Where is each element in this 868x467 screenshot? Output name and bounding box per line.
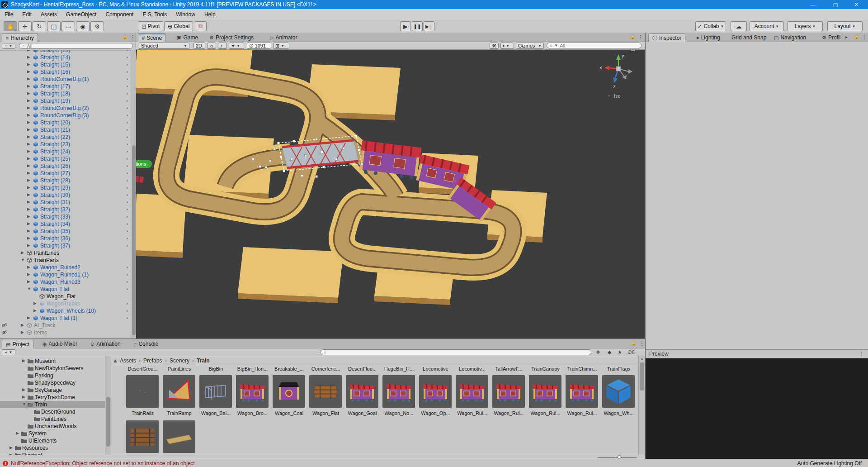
asset-label-wagon-rui-[interactable]: Wagon_Rui... <box>491 410 527 416</box>
asset-thumb-row3-plank[interactable] <box>163 420 195 453</box>
expand-arrow-icon[interactable]: ▼ <box>27 286 31 291</box>
prefab-chevron-icon[interactable]: › <box>126 199 128 205</box>
prefab-chevron-icon[interactable]: › <box>126 69 128 74</box>
hierarchy-item-wagon-ruined2[interactable]: ▶Wagon_Ruined2› <box>0 264 136 271</box>
asset-label-wagon-rui-[interactable]: Wagon_Rui... <box>454 410 491 416</box>
tab-project[interactable]: ▤Project <box>2 340 33 348</box>
expand-arrow-icon[interactable]: ▶ <box>27 243 30 248</box>
favorites-star-icon[interactable]: ★ <box>618 349 622 355</box>
prefab-chevron-icon[interactable]: › <box>126 192 128 197</box>
expand-arrow-icon[interactable]: ▶ <box>27 279 30 284</box>
folder-item-paintlines[interactable]: PaintLines <box>0 415 111 423</box>
prefab-chevron-icon[interactable]: › <box>126 134 128 139</box>
asset-label-wagon-coal[interactable]: Wagon_Coal <box>271 410 307 416</box>
expand-arrow-icon[interactable]: ▶ <box>27 50 30 52</box>
asset-label-trainrails[interactable]: TrainRails <box>124 410 161 416</box>
expand-arrow-icon[interactable]: ▶ <box>27 207 30 211</box>
asset-label-wagon-bro-[interactable]: Wagon_Bro... <box>234 410 271 416</box>
hierarchy-item-wagon-flat[interactable]: Wagon_Flat <box>0 293 136 300</box>
folder-expand-arrow-icon[interactable]: ▼ <box>22 402 26 406</box>
breadcrumb-assets[interactable]: Assets <box>120 357 136 364</box>
breadcrumb-prefabs[interactable]: Prefabs <box>143 357 162 364</box>
prefab-chevron-icon[interactable]: › <box>126 163 128 168</box>
menu-component[interactable]: Component <box>101 9 138 20</box>
pause-button[interactable]: ❚❚ <box>412 21 423 31</box>
expand-arrow-icon[interactable]: ▶ <box>27 265 30 269</box>
menu-e-s-tools[interactable]: E.S. Tools <box>138 9 171 20</box>
hierarchy-item-roundcornerbig-1-[interactable]: ▶RoundCornerBig (1)› <box>0 76 136 83</box>
folder-expand-arrow-icon[interactable]: ▶ <box>16 431 19 435</box>
expand-arrow-icon[interactable]: ▶ <box>27 315 30 320</box>
minimize-button[interactable]: — <box>803 0 823 9</box>
asset-thumb-wagon-goal[interactable] <box>346 375 378 408</box>
asset-label-hugebin-h-[interactable]: HugeBin_H... <box>381 366 417 372</box>
asset-thumb-wagon-wh-[interactable] <box>602 375 635 408</box>
asset-label-tallarrowf-[interactable]: TallArrowF... <box>491 366 527 372</box>
project-kebab-icon[interactable]: ⋮ <box>639 340 645 347</box>
hierarchy-item-straight-27-[interactable]: ▶Straight (27)› <box>0 170 136 177</box>
menu-file[interactable]: File <box>0 9 18 20</box>
folder-item-resources[interactable]: ▶Resources <box>0 444 111 452</box>
folder-expand-arrow-icon[interactable]: ▶ <box>22 358 25 363</box>
asset-label-wagon-wh-[interactable]: Wagon_Wh... <box>600 410 637 416</box>
folder-item-uielements[interactable]: UIElements <box>0 437 111 444</box>
expand-arrow-icon[interactable]: ▼ <box>21 257 25 262</box>
asset-label-traincanopy[interactable]: TrainCanopy <box>527 366 564 372</box>
expand-arrow-icon[interactable]: ▶ <box>27 221 30 226</box>
hierarchy-item-straight-21-[interactable]: ▶Straight (21)› <box>0 126 136 133</box>
project-search-input[interactable]: ⌕ <box>321 349 591 355</box>
expand-arrow-icon[interactable]: ▶ <box>21 330 24 334</box>
expand-arrow-icon[interactable]: ▶ <box>27 171 30 175</box>
toggle-2d-button[interactable]: 2D <box>193 43 205 49</box>
project-add-button[interactable]: +▼ <box>2 349 15 355</box>
layers-button[interactable]: Layers▼ <box>788 21 823 31</box>
hierarchy-scrollbar-thumb[interactable] <box>132 145 136 335</box>
close-button[interactable]: ✕ <box>846 0 866 9</box>
expand-arrow-icon[interactable]: ▶ <box>27 113 30 117</box>
tab-audio-mixer[interactable]: ◉Audio Mixer <box>39 340 81 348</box>
menu-window[interactable]: Window <box>171 9 200 20</box>
breadcrumb-collapse-button[interactable]: ▲ <box>113 357 118 364</box>
hierarchy-item-straight-19-[interactable]: ▶Straight (19)› <box>0 97 136 105</box>
hierarchy-item-straight-20-[interactable]: ▶Straight (20)› <box>0 119 136 126</box>
asset-thumb-wagon-coal[interactable] <box>273 375 305 408</box>
expand-arrow-icon[interactable]: ▶ <box>27 163 30 168</box>
draw-mode-dropdown[interactable]: Shaded▼ <box>139 43 189 49</box>
hierarchy-item-wagon-flat[interactable]: ▼Wagon_Flat› <box>0 286 136 293</box>
scene-search-input[interactable]: ⌕▼All <box>547 43 642 48</box>
hierarchy-item-straight-36-[interactable]: ▶Straight (36)› <box>0 235 136 242</box>
expand-arrow-icon[interactable]: ▶ <box>27 134 30 139</box>
transform-tool-button[interactable]: ◉ <box>76 21 90 31</box>
prefab-chevron-icon[interactable]: › <box>126 272 128 277</box>
hierarchy-item-straight-29-[interactable]: ▶Straight (29)› <box>0 184 136 191</box>
asset-label-bigbin[interactable]: BigBin <box>198 366 234 372</box>
expand-arrow-icon[interactable]: ▶ <box>33 301 37 305</box>
prefab-chevron-icon[interactable]: › <box>126 243 128 248</box>
play-button[interactable]: ▶ <box>400 21 411 31</box>
collab-button[interactable]: ✓Collab▼ <box>695 21 726 31</box>
folder-item-unchartedwoods[interactable]: UnchartedWoods <box>0 423 111 430</box>
expand-arrow-icon[interactable]: ▶ <box>27 214 30 219</box>
folder-item-desertground[interactable]: DesertGround <box>0 408 111 415</box>
hierarchy-lock-icon[interactable]: 🔓 <box>122 34 127 39</box>
visibility-off-icon[interactable] <box>1 330 7 336</box>
expand-arrow-icon[interactable]: ▶ <box>27 91 30 95</box>
folder-expand-arrow-icon[interactable]: ▶ <box>22 395 25 399</box>
hand-tool-button[interactable]: ✋ <box>4 21 17 31</box>
asset-label-desertfloo-[interactable]: DesertFloo... <box>344 366 381 372</box>
hierarchy-item-straight-16-[interactable]: ▶Straight (16)› <box>0 68 136 76</box>
folder-scrollbar[interactable] <box>105 356 111 455</box>
title-bar[interactable]: ShadysKart - HentaiExpress_Boss - PC, Ma… <box>0 0 868 9</box>
folder-item-terrytrashdome[interactable]: ▶TerryTrashDome <box>0 394 111 401</box>
expand-arrow-icon[interactable]: ▶ <box>33 308 37 313</box>
expand-arrow-icon[interactable]: ▶ <box>27 120 30 124</box>
hierarchy-item-roundcornerbig-3-[interactable]: ▶RoundCornerBig (3)› <box>0 112 136 119</box>
hierarchy-item-straight-23-[interactable]: ▶Straight (23)› <box>0 141 136 148</box>
asset-thumb-wagon-rui-[interactable] <box>492 375 525 408</box>
prefab-chevron-icon[interactable]: › <box>126 279 128 284</box>
folder-item-shadyspeedway[interactable]: ShadySpeedway <box>0 379 111 386</box>
hierarchy-item-wagon-ruined1-1-[interactable]: ▶Wagon_Ruined1 (1)› <box>0 271 136 278</box>
step-button[interactable]: ▶❘ <box>424 21 434 31</box>
asset-label-wagon-rui-[interactable]: Wagon_Rui... <box>564 410 600 416</box>
asset-thumb-trainrails[interactable] <box>126 375 159 408</box>
